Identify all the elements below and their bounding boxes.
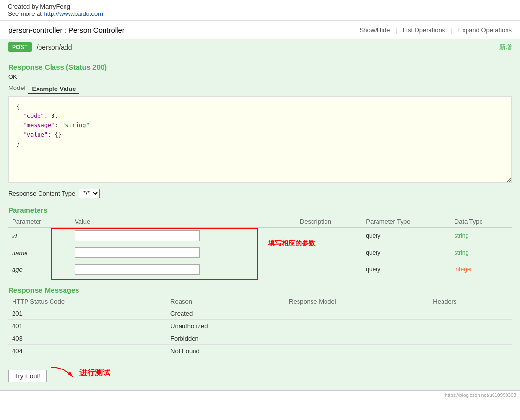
- method-badge: POST: [8, 42, 32, 52]
- controller-name: person-controller: [8, 26, 63, 34]
- param-name: id: [8, 228, 71, 244]
- controller-title: person-controller : Person Controller: [8, 26, 125, 34]
- resp-headers: [429, 320, 512, 332]
- table-row: 403 Forbidden: [8, 332, 512, 345]
- top-bar: Created by MarryFeng See more at http://…: [0, 0, 520, 21]
- resp-model: [285, 307, 429, 320]
- parameters-section: Parameters 填写相应的参数 Parameter Value Descr…: [8, 206, 512, 278]
- col-parameter: Parameter: [8, 216, 71, 228]
- resp-reason: Forbidden: [167, 332, 285, 345]
- model-tabs: Model Example Value: [8, 84, 512, 94]
- page-wrapper: Created by MarryFeng See more at http://…: [0, 0, 520, 400]
- response-class-section: Response Class (Status 200) OK Model Exa…: [8, 63, 512, 183]
- col-reason: Reason: [167, 296, 285, 307]
- resp-model: [285, 320, 429, 332]
- param-value-cell: [71, 261, 296, 278]
- col-data-type: Data Type: [451, 216, 512, 228]
- see-more: See more at http://www.baidu.com: [8, 10, 512, 17]
- endpoint-action[interactable]: 新增: [499, 43, 512, 51]
- table-row: id query string: [8, 228, 512, 244]
- resp-headers: [429, 332, 512, 345]
- example-value-tab[interactable]: Example Value: [28, 84, 79, 94]
- controller-sep: :: [63, 26, 69, 34]
- param-data-type: string: [451, 244, 512, 261]
- param-name: name: [8, 244, 71, 261]
- resp-model: [285, 332, 429, 345]
- col-headers: Headers: [429, 296, 512, 307]
- fill-hint-label: 填写相应的参数: [268, 239, 315, 248]
- controller-desc: Person Controller: [68, 26, 125, 34]
- param-value-cell: [71, 244, 296, 261]
- col-http-status: HTTP Status Code: [8, 296, 167, 307]
- watermark: https://blog.csdn.net/u010990363: [0, 391, 520, 400]
- parameters-title: Parameters: [8, 206, 512, 214]
- controller-section: person-controller : Person Controller Sh…: [0, 21, 520, 391]
- param-value-input[interactable]: [75, 247, 200, 258]
- resp-code: 201: [8, 307, 167, 320]
- col-value: Value: [71, 216, 296, 228]
- show-hide-link[interactable]: Show/Hide: [360, 26, 390, 34]
- param-value-cell: [71, 228, 296, 244]
- table-row: 404 Not Found: [8, 345, 512, 357]
- param-value-input[interactable]: [75, 230, 200, 241]
- param-type: query: [362, 228, 451, 244]
- response-messages-section: Response Messages HTTP Status Code Reaso…: [8, 286, 512, 357]
- resp-code: 404: [8, 345, 167, 357]
- resp-code: 401: [8, 320, 167, 332]
- try-it-out-button[interactable]: Try it out!: [8, 370, 47, 382]
- list-operations-link[interactable]: List Operations: [403, 26, 445, 34]
- param-data-type: integer: [451, 261, 512, 278]
- controller-actions: Show/Hide | List Operations | Expand Ope…: [360, 26, 512, 34]
- param-data-type: string: [451, 228, 512, 244]
- response-content-type: Response Content Type */*: [8, 189, 512, 198]
- response-content-type-label: Response Content Type: [8, 190, 75, 197]
- try-it-out-section: Try it out! 进行测试: [8, 363, 512, 382]
- resp-reason: Created: [167, 307, 285, 320]
- content-type-select[interactable]: */*: [79, 189, 100, 198]
- resp-table: HTTP Status Code Reason Response Model H…: [8, 296, 512, 357]
- resp-model: [285, 345, 429, 357]
- table-row: 201 Created: [8, 307, 512, 320]
- response-class-status: OK: [8, 73, 512, 80]
- table-row: age query integer: [8, 261, 512, 278]
- response-messages-title: Response Messages: [8, 286, 512, 294]
- expand-operations-link[interactable]: Expand Operations: [458, 26, 512, 34]
- arrow-icon: [49, 363, 78, 382]
- test-hint-label: 进行测试: [79, 368, 110, 378]
- resp-code: 403: [8, 332, 167, 345]
- created-by: Created by MarryFeng: [8, 3, 512, 10]
- resp-reason: Not Found: [167, 345, 285, 357]
- endpoint-bar: POST /person/add 新增: [0, 39, 520, 55]
- col-description: Description: [296, 216, 362, 228]
- col-parameter-type: Parameter Type: [362, 216, 451, 228]
- col-response-model: Response Model: [285, 296, 429, 307]
- resp-headers: [429, 345, 512, 357]
- baidu-link[interactable]: http://www.baidu.com: [43, 10, 103, 17]
- param-name: age: [8, 261, 71, 278]
- content-area: Response Class (Status 200) OK Model Exa…: [0, 55, 520, 390]
- resp-reason: Unauthorized: [167, 320, 285, 332]
- table-row: name query string: [8, 244, 512, 261]
- endpoint-path: /person/add: [37, 43, 72, 51]
- response-class-title: Response Class (Status 200): [8, 63, 512, 71]
- param-value-input[interactable]: [75, 264, 200, 275]
- resp-headers: [429, 307, 512, 320]
- param-type: query: [362, 261, 451, 278]
- params-table: Parameter Value Description Parameter Ty…: [8, 216, 512, 278]
- model-tab-label: Model: [8, 84, 25, 94]
- code-block: { "code": 0, "message": "string", "value…: [8, 96, 512, 183]
- param-description: [296, 261, 362, 278]
- table-row: 401 Unauthorized: [8, 320, 512, 332]
- controller-header: person-controller : Person Controller Sh…: [0, 21, 520, 39]
- param-type: query: [362, 244, 451, 261]
